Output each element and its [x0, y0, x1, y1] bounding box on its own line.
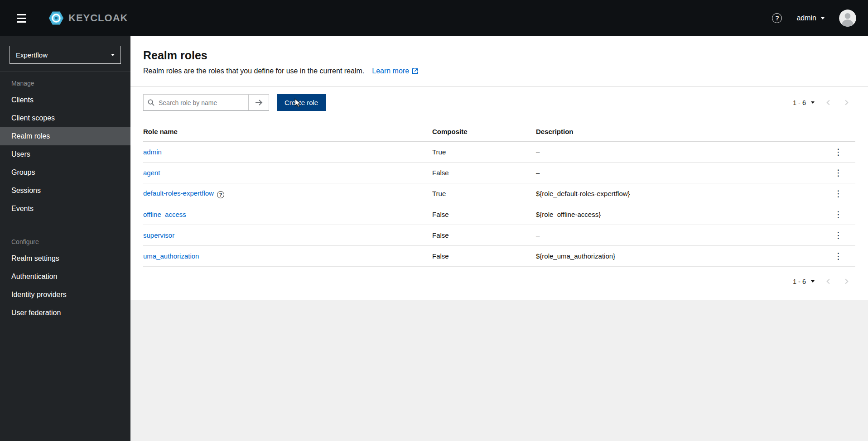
- caret-down-icon: [821, 17, 825, 19]
- composite-cell: False: [432, 204, 536, 225]
- role-link[interactable]: supervisor: [143, 231, 174, 239]
- sidebar-item-authentication[interactable]: Authentication: [0, 268, 130, 286]
- role-link[interactable]: offline_access: [143, 211, 186, 218]
- pagination-range-menu[interactable]: 1 - 6: [788, 96, 819, 109]
- sidebar-item-identity-providers[interactable]: Identity providers: [0, 286, 130, 304]
- composite-cell: True: [432, 142, 536, 163]
- kebab-menu-button[interactable]: ⋮: [829, 251, 848, 261]
- app-layout: Expertflow Manage Clients Client scopes …: [0, 36, 868, 441]
- realm-selector[interactable]: Expertflow: [10, 46, 121, 64]
- nav-toggle-button[interactable]: [12, 9, 31, 28]
- table-row: supervisor False – ⋮: [143, 225, 855, 246]
- page-description-text: Realm roles are the roles that you defin…: [143, 67, 364, 75]
- kebab-menu-button[interactable]: ⋮: [829, 209, 848, 220]
- kebab-menu-button[interactable]: ⋮: [829, 230, 848, 240]
- composite-cell: False: [432, 163, 536, 183]
- nav-list: Realm settings Authentication Identity p…: [0, 249, 130, 322]
- chevron-right-icon: [843, 278, 850, 285]
- role-link[interactable]: default-roles-expertflow: [143, 189, 214, 197]
- sidebar-nav-group: Manage Clients Client scopes Realm roles…: [0, 72, 130, 218]
- realm-roles-table: Role name Composite Description admin Tr…: [143, 122, 855, 267]
- table-row: admin True – ⋮: [143, 142, 855, 163]
- sidebar-item-label: Groups: [11, 168, 35, 176]
- sidebar-item-client-scopes[interactable]: Client scopes: [0, 109, 130, 127]
- sidebar-item-label: Users: [11, 150, 30, 158]
- user-menu[interactable]: admin: [795, 11, 826, 25]
- masthead: KEYCLOAK ? admin: [0, 0, 868, 36]
- actions-cell: ⋮: [829, 142, 855, 163]
- column-description: Description: [536, 122, 829, 142]
- pagination-range-menu[interactable]: 1 - 6: [788, 275, 819, 288]
- sidebar-item-user-federation[interactable]: User federation: [0, 304, 130, 322]
- sidebar-item-clients[interactable]: Clients: [0, 91, 130, 109]
- user-name: admin: [796, 14, 816, 22]
- role-link[interactable]: agent: [143, 169, 160, 177]
- role-link[interactable]: admin: [143, 148, 162, 156]
- sidebar-item-events[interactable]: Events: [0, 200, 130, 218]
- sidebar-item-sessions[interactable]: Sessions: [0, 182, 130, 200]
- pagination-next-button[interactable]: [837, 273, 855, 290]
- sidebar-item-users[interactable]: Users: [0, 145, 130, 163]
- pagination-next-button[interactable]: [837, 94, 855, 111]
- arrow-right-icon: [255, 99, 263, 106]
- role-name-cell: supervisor: [143, 225, 432, 246]
- role-name-cell: uma_authorization: [143, 246, 432, 267]
- role-name-cell: default-roles-expertflow?: [143, 183, 432, 204]
- role-help-icon[interactable]: ?: [217, 191, 224, 198]
- sidebar-item-groups[interactable]: Groups: [0, 163, 130, 182]
- description-cell: –: [536, 163, 829, 183]
- realm-name: Expertflow: [16, 51, 48, 59]
- description-cell: –: [536, 142, 829, 163]
- hamburger-icon: [17, 14, 26, 23]
- help-icon[interactable]: ?: [772, 13, 782, 23]
- user-avatar-icon: [839, 10, 856, 27]
- chevron-left-icon: [825, 99, 832, 106]
- sidebar-item-realm-settings[interactable]: Realm settings: [0, 249, 130, 268]
- search-submit-button[interactable]: [248, 94, 269, 111]
- caret-down-icon: [111, 54, 115, 56]
- description-cell: ${role_uma_authorization}: [536, 246, 829, 267]
- chevron-left-icon: [825, 278, 832, 285]
- table-header-row: Role name Composite Description: [143, 122, 855, 142]
- page-title: Realm roles: [143, 49, 855, 62]
- external-link-icon: [412, 68, 418, 74]
- sidebar-item-label: Client scopes: [11, 114, 55, 122]
- search-box: [143, 94, 248, 111]
- learn-more-label: Learn more: [372, 67, 409, 75]
- search-input[interactable]: [143, 94, 248, 111]
- keycloak-logo-icon: [48, 10, 64, 26]
- nav-group-label: Manage: [0, 72, 130, 91]
- composite-cell: False: [432, 225, 536, 246]
- table-row: default-roles-expertflow? True ${role_de…: [143, 183, 855, 204]
- actions-cell: ⋮: [829, 183, 855, 204]
- description-cell: ${role_offline-access}: [536, 204, 829, 225]
- sidebar-item-label: Identity providers: [11, 291, 67, 298]
- sidebar-item-label: Clients: [11, 96, 34, 104]
- column-actions: [829, 122, 855, 142]
- kebab-menu-button[interactable]: ⋮: [829, 147, 848, 157]
- sidebar-nav: Manage Clients Client scopes Realm roles…: [0, 72, 130, 322]
- masthead-toolbar: ? admin: [772, 10, 856, 27]
- sidebar-item-label: Authentication: [11, 273, 57, 280]
- kebab-menu-button[interactable]: ⋮: [829, 188, 848, 199]
- actions-cell: ⋮: [829, 163, 855, 183]
- roles-toolbar: Create role 1 - 6: [143, 94, 855, 111]
- page-description: Realm roles are the roles that you defin…: [143, 67, 855, 75]
- pagination-prev-button[interactable]: [819, 94, 837, 111]
- caret-down-icon: [811, 280, 815, 283]
- description-cell: –: [536, 225, 829, 246]
- page-header: Realm roles Realm roles are the roles th…: [130, 36, 868, 86]
- role-name-cell: admin: [143, 142, 432, 163]
- sidebar-item-realm-roles[interactable]: Realm roles: [0, 127, 130, 145]
- pagination-bottom-row: 1 - 6: [143, 267, 855, 293]
- caret-down-icon: [811, 101, 815, 104]
- create-role-button[interactable]: Create role: [277, 94, 326, 111]
- table-row: offline_access False ${role_offline-acce…: [143, 204, 855, 225]
- role-link[interactable]: uma_authorization: [143, 252, 199, 260]
- avatar[interactable]: [839, 10, 856, 27]
- nav-list: Clients Client scopes Realm roles Users …: [0, 91, 130, 218]
- pagination-prev-button[interactable]: [819, 273, 837, 290]
- learn-more-link[interactable]: Learn more: [372, 67, 418, 75]
- realm-selector-wrap: Expertflow: [0, 36, 130, 72]
- kebab-menu-button[interactable]: ⋮: [829, 168, 848, 178]
